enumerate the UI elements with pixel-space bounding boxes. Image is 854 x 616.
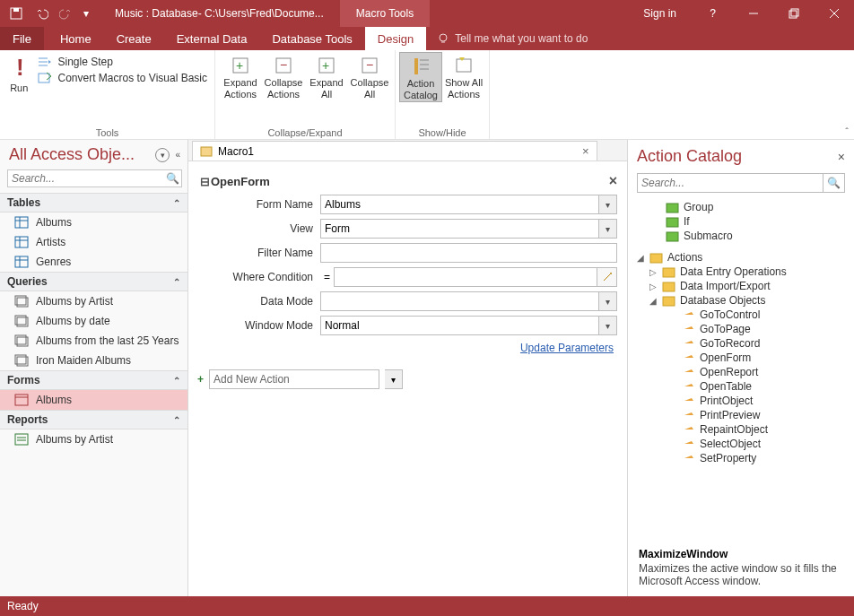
single-step-button[interactable]: Single Step bbox=[38, 56, 207, 68]
nav-group-reports[interactable]: Reports⌃ bbox=[0, 410, 187, 429]
search-icon[interactable]: 🔍 bbox=[823, 174, 844, 192]
action-delete-icon[interactable]: × bbox=[609, 173, 617, 189]
tree-item-if[interactable]: If bbox=[637, 214, 849, 229]
nav-group-tables[interactable]: Tables⌃ bbox=[0, 193, 187, 213]
tell-me[interactable]: Tell me what you want to do bbox=[426, 27, 588, 50]
tree-leaf[interactable]: GoToControl bbox=[637, 308, 849, 322]
window-mode-field[interactable]: Normal bbox=[320, 316, 599, 335]
tree-leaf[interactable]: PrintObject bbox=[637, 394, 849, 408]
nav-header[interactable]: All Access Obje... bbox=[9, 145, 152, 164]
convert-label: Convert Macros to Visual Basic bbox=[57, 72, 207, 84]
nav-item-query[interactable]: Iron Maiden Albums bbox=[0, 351, 187, 370]
window-mode-dropdown-icon[interactable]: ▾ bbox=[599, 316, 617, 335]
nav-search[interactable]: 🔍 bbox=[7, 169, 182, 187]
qat-dropdown-icon[interactable]: ▾ bbox=[81, 3, 92, 24]
tree-leaf[interactable]: PrintPreview bbox=[637, 408, 849, 422]
update-parameters-link[interactable]: Update Parameters bbox=[520, 342, 614, 354]
close-icon[interactable] bbox=[814, 0, 854, 27]
show-all-label: Show All Actions bbox=[445, 77, 483, 100]
svg-rect-46 bbox=[15, 434, 28, 445]
collapse-all-button[interactable]: −Collapse All bbox=[348, 52, 391, 100]
tab-create[interactable]: Create bbox=[104, 27, 164, 50]
tab-external-data[interactable]: External Data bbox=[164, 27, 260, 50]
nav-item-report[interactable]: Albums by Artist bbox=[0, 429, 187, 449]
redo-icon bbox=[56, 3, 77, 24]
nav-item-albums-form[interactable]: Albums bbox=[0, 390, 187, 410]
doc-tab-close-icon[interactable]: × bbox=[582, 144, 589, 158]
doc-tab-macro1[interactable]: Macro1 × bbox=[192, 141, 597, 161]
tree-node-db-objects[interactable]: ◢Database Objects bbox=[637, 293, 849, 308]
expand-actions-label: Expand Actions bbox=[223, 77, 257, 100]
search-icon[interactable]: 🔍 bbox=[163, 172, 181, 185]
tree-item-group[interactable]: Group bbox=[637, 200, 849, 214]
action-catalog-title: Action Catalog bbox=[637, 147, 838, 166]
nav-item-albums-table[interactable]: Albums bbox=[0, 213, 187, 232]
view-field[interactable]: Form bbox=[320, 219, 599, 239]
catalog-close-icon[interactable]: × bbox=[838, 150, 845, 164]
window-title: Music : Database- C:\Users\Fred\Docume..… bbox=[115, 7, 324, 20]
help-icon[interactable]: ? bbox=[693, 0, 733, 27]
tree-leaf[interactable]: SelectObject bbox=[637, 437, 849, 451]
nav-item-query[interactable]: Albums by Artist bbox=[0, 291, 187, 311]
svg-text:+: + bbox=[236, 58, 243, 73]
nav-item-genres-table[interactable]: Genres bbox=[0, 252, 187, 272]
tree-leaf[interactable]: GoToPage bbox=[637, 322, 849, 336]
svg-rect-4 bbox=[791, 9, 798, 16]
svg-rect-26 bbox=[457, 59, 471, 72]
tree-leaf[interactable]: GoToRecord bbox=[637, 336, 849, 351]
data-mode-dropdown-icon[interactable]: ▾ bbox=[599, 291, 617, 311]
tab-database-tools[interactable]: Database Tools bbox=[259, 27, 364, 50]
collapse-all-label: Collapse All bbox=[351, 77, 389, 100]
tree-item-submacro[interactable]: Submacro bbox=[637, 229, 849, 243]
form-name-field[interactable]: Albums bbox=[320, 195, 599, 214]
signin-link[interactable]: Sign in bbox=[627, 7, 693, 20]
tools-group-label: Tools bbox=[4, 126, 211, 139]
tab-design[interactable]: Design bbox=[365, 27, 426, 50]
expand-all-button[interactable]: +Expand All bbox=[305, 52, 348, 100]
convert-macros-button[interactable]: Convert Macros to Visual Basic bbox=[38, 72, 207, 84]
tree-leaf[interactable]: SetProperty bbox=[637, 451, 849, 465]
minimize-icon[interactable] bbox=[733, 0, 773, 27]
form-name-dropdown-icon[interactable]: ▾ bbox=[599, 195, 617, 214]
action-catalog-button[interactable]: Action Catalog bbox=[399, 52, 442, 102]
nav-collapse-icon[interactable]: « bbox=[175, 150, 180, 160]
collapse-actions-button[interactable]: −Collapse Actions bbox=[262, 52, 305, 100]
action-collapse-icon[interactable]: ⊟ bbox=[198, 175, 211, 188]
tree-leaf[interactable]: OpenTable bbox=[637, 379, 849, 394]
view-dropdown-icon[interactable]: ▾ bbox=[599, 219, 617, 239]
tree-leaf[interactable]: RepaintObject bbox=[637, 422, 849, 437]
tree-leaf[interactable]: OpenForm bbox=[637, 351, 849, 365]
nav-search-input[interactable] bbox=[8, 172, 163, 185]
filter-name-field[interactable] bbox=[320, 243, 617, 263]
add-new-action-field[interactable]: Add New Action bbox=[209, 369, 379, 389]
builder-icon[interactable] bbox=[597, 267, 617, 287]
expand-actions-button[interactable]: +Expand Actions bbox=[219, 52, 262, 100]
tab-file[interactable]: File bbox=[0, 27, 44, 50]
nav-item-query[interactable]: Albums from the last 25 Years bbox=[0, 331, 187, 351]
window-mode-label: Window Mode bbox=[214, 319, 320, 332]
tab-home[interactable]: Home bbox=[48, 27, 104, 50]
svg-rect-53 bbox=[667, 232, 678, 241]
undo-icon[interactable] bbox=[30, 3, 52, 24]
nav-filter-icon[interactable]: ▾ bbox=[155, 148, 170, 162]
nav-item-query[interactable]: Albums by date bbox=[0, 311, 187, 331]
tree-leaf[interactable]: OpenReport bbox=[637, 365, 849, 379]
nav-group-forms[interactable]: Forms⌃ bbox=[0, 370, 187, 390]
add-action-icon[interactable]: + bbox=[197, 373, 204, 386]
bulb-icon bbox=[437, 32, 449, 45]
add-new-dropdown-icon[interactable]: ▾ bbox=[385, 369, 403, 389]
tree-node-actions[interactable]: ◢Actions bbox=[637, 250, 849, 265]
catalog-search-input[interactable] bbox=[638, 174, 823, 192]
run-button[interactable]: ! Run bbox=[4, 52, 34, 94]
show-all-actions-button[interactable]: Show All Actions bbox=[442, 52, 485, 100]
nav-item-artists-table[interactable]: Artists bbox=[0, 232, 187, 252]
where-condition-field[interactable] bbox=[334, 267, 597, 287]
save-icon[interactable] bbox=[5, 3, 27, 24]
catalog-search[interactable]: 🔍 bbox=[637, 173, 845, 193]
nav-group-queries[interactable]: Queries⌃ bbox=[0, 272, 187, 291]
collapse-ribbon-icon[interactable]: ˆ bbox=[845, 126, 849, 137]
tree-node-data-import[interactable]: ▷Data Import/Export bbox=[637, 279, 849, 293]
tree-node-data-entry[interactable]: ▷Data Entry Operations bbox=[637, 265, 849, 279]
data-mode-field[interactable] bbox=[320, 291, 599, 311]
restore-icon[interactable] bbox=[773, 0, 814, 27]
